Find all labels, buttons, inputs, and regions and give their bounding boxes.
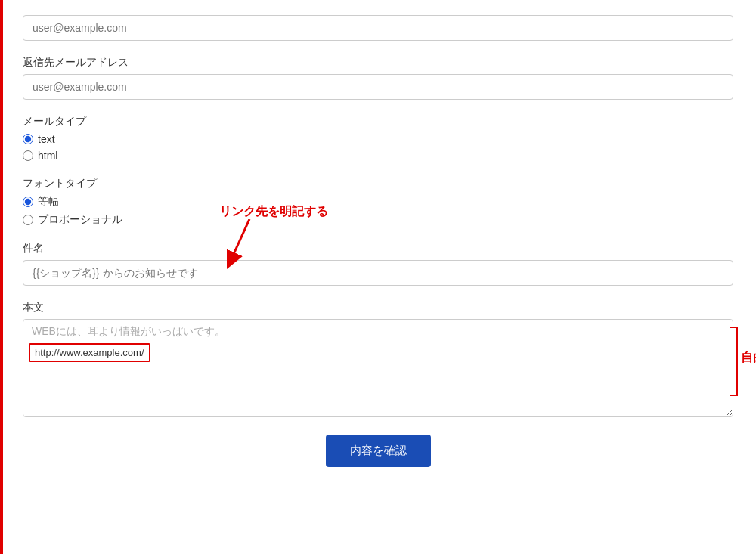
mail-type-radio-group: text html: [23, 133, 733, 162]
body-section: 本文 WEBには、耳より情報がいっぱいです。 http://www.exampl…: [23, 301, 733, 419]
mail-type-html-option[interactable]: html: [23, 150, 733, 162]
mail-type-text-label: text: [38, 133, 55, 145]
page-wrapper: 返信先メールアドレス メールタイプ text html フォントタイプ 等幅: [0, 0, 756, 554]
textarea-wrapper: WEBには、耳より情報がいっぱいです。 http://www.example.c…: [23, 319, 733, 419]
font-type-section: フォントタイプ 等幅 プロポーショナル: [23, 177, 733, 227]
free-input-annotation-label: 自由入力欄: [741, 350, 756, 366]
font-type-monospace-label: 等幅: [38, 195, 59, 209]
mail-type-text-radio[interactable]: [23, 134, 33, 144]
mail-type-section: メールタイプ text html: [23, 115, 733, 162]
subject-section: 件名 リンク先を明記する: [23, 242, 733, 286]
font-type-radio-group: 等幅 プロポーショナル: [23, 195, 733, 227]
reply-email-input[interactable]: [23, 74, 733, 100]
red-left-border: [0, 0, 3, 554]
top-email-input[interactable]: [23, 15, 733, 41]
mail-type-html-label: html: [38, 150, 57, 162]
subject-input[interactable]: [23, 260, 733, 286]
mail-type-text-option[interactable]: text: [23, 133, 733, 145]
confirm-button-container: 内容を確認: [23, 435, 733, 467]
font-type-monospace-option[interactable]: 等幅: [23, 195, 733, 209]
font-type-proportional-radio[interactable]: [23, 215, 33, 225]
reply-email-label: 返信先メールアドレス: [23, 56, 733, 70]
confirm-button[interactable]: 内容を確認: [326, 435, 431, 467]
mail-type-html-radio[interactable]: [23, 150, 33, 161]
font-type-monospace-radio[interactable]: [23, 197, 33, 207]
subject-label: 件名: [23, 242, 733, 255]
font-type-label: フォントタイプ: [23, 177, 733, 190]
reply-email-section: 返信先メールアドレス: [23, 56, 733, 100]
font-type-proportional-label: プロポーショナル: [38, 213, 122, 227]
font-type-proportional-option[interactable]: プロポーショナル: [23, 213, 733, 227]
body-label: 本文: [23, 301, 733, 314]
body-textarea[interactable]: [23, 319, 733, 417]
top-email-section: [23, 15, 733, 41]
mail-type-label: メールタイプ: [23, 115, 733, 128]
